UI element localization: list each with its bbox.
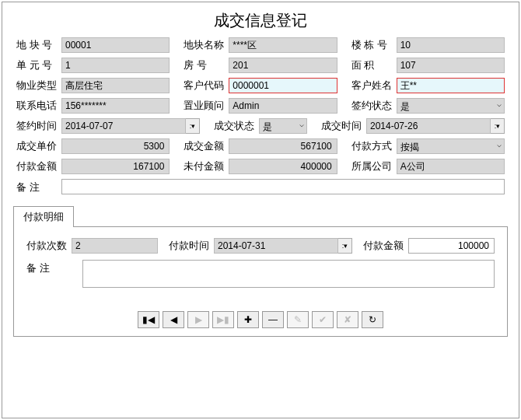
label-building-no: 楼 栋 号	[351, 38, 397, 52]
input-pay-amount[interactable]	[408, 238, 495, 254]
label-advisor: 置业顾问	[184, 99, 229, 113]
last-icon: ▶▮	[217, 314, 229, 325]
main-form: 地 块 号 地块名称 楼 栋 号 单 元 号 房 号 面	[2, 37, 519, 194]
nav-ok-button[interactable]: ✔	[312, 311, 334, 328]
label-deal-status: 成交状态	[214, 119, 259, 133]
input-paid[interactable]	[61, 159, 170, 174]
input-company[interactable]	[397, 159, 505, 174]
nav-edit-button[interactable]: ✎	[287, 311, 309, 328]
label-company: 所属公司	[351, 159, 397, 173]
label-sign-date: 签约时间	[16, 119, 61, 133]
input-pay-date[interactable]	[214, 238, 338, 254]
select-deal-status[interactable]: 是	[259, 118, 307, 134]
label-pay-date: 付款时间	[169, 239, 214, 253]
nav-cancel-button[interactable]: ✘	[337, 311, 358, 328]
next-icon: ▶	[195, 314, 202, 325]
input-prop-type[interactable]	[61, 78, 170, 93]
label-deal-date: 成交时间	[321, 119, 366, 133]
label-pay-count: 付款次数	[26, 239, 72, 253]
label-unit-price: 成交单价	[16, 139, 61, 153]
label-unpaid: 未付金额	[184, 159, 229, 173]
input-unit-price[interactable]	[61, 138, 170, 154]
nav-prev-button[interactable]: ◀	[163, 311, 184, 328]
input-remark[interactable]	[61, 179, 505, 194]
input-cust-code[interactable]	[229, 78, 337, 93]
input-phone[interactable]	[61, 98, 170, 114]
prev-icon: ◀	[170, 314, 177, 325]
input-unpaid[interactable]	[229, 159, 337, 174]
form-window: 成交信息登记 地 块 号 地块名称 楼 栋 号 单 元 号 房 号	[2, 2, 519, 418]
input-total[interactable]	[229, 138, 337, 154]
nav-refresh-button[interactable]: ↻	[362, 311, 383, 328]
input-block-name[interactable]	[229, 37, 337, 53]
input-advisor[interactable]	[229, 98, 337, 114]
input-block-no[interactable]	[61, 37, 170, 53]
nav-add-button[interactable]: ✚	[237, 311, 259, 328]
select-pay-method[interactable]: 按揭	[397, 138, 505, 154]
refresh-icon: ↻	[369, 314, 376, 325]
plus-icon: ✚	[244, 314, 252, 325]
edit-icon: ✎	[294, 314, 302, 325]
input-building-no[interactable]	[397, 37, 505, 53]
input-unit-no[interactable]	[61, 58, 170, 73]
nav-remove-button[interactable]: —	[262, 311, 284, 328]
input-tab-remark[interactable]	[82, 260, 495, 288]
input-deal-date[interactable]	[366, 118, 491, 134]
date-picker-icon[interactable]: :▾	[186, 118, 200, 134]
tab-body: 付款次数 付款时间 :▾ 付款金额 备 注	[13, 226, 508, 337]
first-icon: ▮◀	[142, 314, 155, 325]
x-icon: ✘	[344, 314, 351, 325]
nav-next-button[interactable]: ▶	[187, 311, 209, 328]
input-pay-count[interactable]	[72, 238, 158, 254]
nav-last-button[interactable]: ▶▮	[212, 311, 234, 328]
label-block-name: 地块名称	[184, 38, 229, 52]
date-picker-icon[interactable]: :▾	[338, 238, 352, 254]
label-sign-status: 签约状态	[351, 99, 397, 113]
select-sign-status[interactable]: 是	[397, 98, 505, 114]
input-sign-date[interactable]	[61, 118, 186, 134]
label-area: 面 积	[351, 58, 397, 72]
label-block-no: 地 块 号	[16, 38, 61, 52]
label-room-no: 房 号	[184, 58, 229, 72]
date-picker-icon[interactable]: :▾	[491, 118, 505, 134]
minus-icon: —	[268, 314, 278, 325]
label-pay-amount: 付款金额	[363, 239, 408, 253]
label-total: 成交金额	[184, 139, 229, 153]
input-room-no[interactable]	[229, 58, 337, 73]
check-icon: ✔	[319, 314, 327, 325]
nav-first-button[interactable]: ▮◀	[138, 311, 159, 328]
input-cust-name[interactable]	[397, 78, 505, 93]
label-cust-name: 客户姓名	[351, 79, 397, 93]
label-paid: 付款金额	[16, 159, 61, 173]
label-unit-no: 单 元 号	[16, 58, 61, 72]
label-remark: 备 注	[16, 179, 61, 194]
label-prop-type: 物业类型	[16, 79, 61, 93]
label-phone: 联系电话	[16, 99, 61, 113]
page-title: 成交信息登记	[2, 2, 519, 37]
label-pay-method: 付款方式	[351, 139, 397, 153]
record-nav-toolbar: ▮◀ ◀ ▶ ▶▮ ✚ — ✎ ✔ ✘ ↻	[26, 311, 495, 328]
tab-payment-detail[interactable]: 付款明细	[13, 206, 74, 227]
label-tab-remark: 备 注	[26, 260, 72, 275]
label-cust-code: 客户代码	[184, 79, 229, 93]
input-area[interactable]	[397, 58, 505, 73]
tab-section: 付款明细 付款次数 付款时间 :▾ 付款金额	[13, 205, 508, 337]
